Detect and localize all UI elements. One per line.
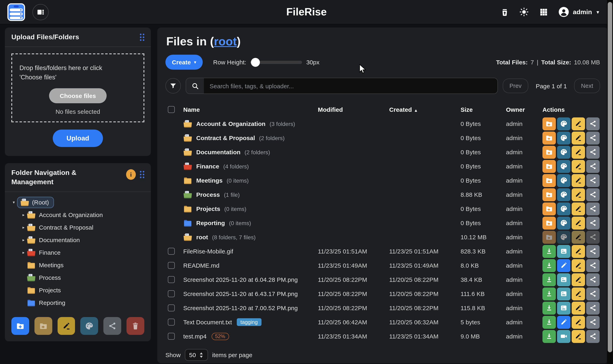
rename-button[interactable] <box>572 216 585 229</box>
color-folder-button[interactable] <box>557 188 571 201</box>
color-folder-button[interactable] <box>81 317 98 335</box>
share-button[interactable] <box>586 259 600 272</box>
chevron-right-icon[interactable]: ▸ <box>20 213 27 217</box>
row-checkbox[interactable] <box>168 248 175 255</box>
file-name[interactable]: Screenshot 2025-11-20 at 6.04.28 PM.png <box>183 276 298 283</box>
tree-item-finance[interactable]: ▸ Finance <box>10 246 147 259</box>
folder-row[interactable]: Reporting(0 items)0 Bytesadmin <box>166 216 600 230</box>
preview-image-button[interactable] <box>557 273 571 286</box>
download-button[interactable] <box>543 273 556 286</box>
download-button[interactable] <box>543 316 556 329</box>
rename-button[interactable] <box>572 202 585 215</box>
share-button[interactable] <box>586 202 600 215</box>
upload-button[interactable]: Upload <box>53 130 103 147</box>
row-checkbox[interactable] <box>168 262 175 269</box>
items-per-page-select[interactable]: 50 <box>185 349 208 361</box>
color-folder-button[interactable] <box>557 160 571 173</box>
preview-image-button[interactable] <box>557 301 571 314</box>
edit-file-button[interactable] <box>557 316 571 329</box>
apps-grid-icon[interactable] <box>539 7 549 17</box>
file-name[interactable]: Screenshot 2025-11-20 at 6.43.17 PM.png <box>183 290 298 297</box>
header-created[interactable]: Created▲ <box>389 106 460 113</box>
folder-row[interactable]: Contract & Proposal(2 folders)0 Bytesadm… <box>166 131 600 145</box>
file-dropzone[interactable]: Drop files/folders here or click'Choose … <box>11 53 144 122</box>
chevron-right-icon[interactable]: ▸ <box>20 250 27 255</box>
color-folder-button[interactable] <box>557 174 571 187</box>
root-breadcrumb-link[interactable]: root <box>214 35 237 48</box>
tree-item-account-organization[interactable]: ▸ Account & Organization <box>10 209 147 221</box>
tree-item-reporting[interactable]: Reporting <box>10 297 147 309</box>
folder-name[interactable]: Projects <box>196 205 220 212</box>
header-owner[interactable]: Owner <box>506 106 543 113</box>
move-folder-button[interactable] <box>543 145 556 158</box>
search-input[interactable] <box>204 78 497 93</box>
rename-button[interactable] <box>572 301 585 314</box>
download-button[interactable] <box>543 301 556 314</box>
rename-button[interactable] <box>572 145 585 158</box>
row-checkbox[interactable] <box>168 319 175 325</box>
rename-button[interactable] <box>572 316 585 329</box>
file-name[interactable]: Text Document.txt <box>183 319 232 325</box>
folder-name[interactable]: Process <box>196 191 220 198</box>
chevron-right-icon[interactable]: ▸ <box>20 225 27 230</box>
download-button[interactable] <box>543 330 556 343</box>
rename-button[interactable] <box>572 131 585 144</box>
move-folder-button[interactable] <box>543 131 556 144</box>
rename-button[interactable] <box>572 117 585 130</box>
file-row[interactable]: Screenshot 2025-11-20 at 7.00.52 PM.png1… <box>166 301 600 315</box>
delete-folder-button[interactable] <box>126 317 144 335</box>
file-name[interactable]: README.md <box>183 262 219 269</box>
folder-row[interactable]: Process(1 file)8.88 KBadmin <box>166 187 600 202</box>
tree-item-contract-proposal[interactable]: ▸ Contract & Proposal <box>10 221 147 234</box>
share-button[interactable] <box>586 131 600 144</box>
file-row[interactable]: Screenshot 2025-11-20 at 6.04.28 PM.png1… <box>166 273 600 287</box>
move-folder-button[interactable] <box>543 188 556 201</box>
row-checkbox[interactable] <box>168 276 175 283</box>
rename-button[interactable] <box>572 188 585 201</box>
file-name[interactable]: test.mp4 <box>183 333 207 340</box>
preview-image-button[interactable] <box>557 245 571 258</box>
file-row[interactable]: Screenshot 2025-11-20 at 6.43.17 PM.png1… <box>166 287 600 301</box>
folder-row[interactable]: Meetings(0 items)0 Bytesadmin <box>166 173 600 187</box>
color-folder-button[interactable] <box>557 145 571 158</box>
rename-button[interactable] <box>572 330 585 343</box>
folder-row[interactable]: Finance(4 folders)0 Bytesadmin <box>166 159 600 173</box>
folder-name[interactable]: Documentation <box>196 149 240 156</box>
header-size[interactable]: Size <box>460 106 506 113</box>
row-checkbox[interactable] <box>168 290 175 297</box>
chevron-right-icon[interactable]: ▸ <box>20 238 27 242</box>
rename-button[interactable] <box>572 174 585 187</box>
edit-file-button[interactable] <box>557 259 571 272</box>
tree-item-process[interactable]: Process <box>10 272 147 284</box>
folder-row[interactable]: root(8 folders, 7 files)10.12 MBadmin <box>166 230 600 244</box>
move-folder-button[interactable] <box>543 216 556 229</box>
header-modified[interactable]: Modified <box>318 106 389 113</box>
preview-video-button[interactable] <box>557 330 571 343</box>
share-button[interactable] <box>586 117 600 130</box>
chevron-down-icon[interactable]: ▾ <box>11 200 17 205</box>
rename-button[interactable] <box>572 259 585 272</box>
scrollbar-thumb[interactable] <box>608 2 612 352</box>
color-folder-button[interactable] <box>557 131 571 144</box>
share-button[interactable] <box>586 273 600 286</box>
choose-files-button[interactable]: Choose files <box>49 89 106 104</box>
share-button[interactable] <box>586 301 600 314</box>
file-row[interactable]: Text Document.txttagging11/20/25 06:42AM… <box>166 315 600 329</box>
share-button[interactable] <box>586 316 600 329</box>
folder-row[interactable]: Projects(0 items)0 Bytesadmin <box>166 202 600 216</box>
move-folder-button[interactable] <box>543 202 556 215</box>
row-height-slider[interactable] <box>250 61 302 64</box>
file-row[interactable]: test.mp452%11/23/25 01:34AM11/23/25 01:3… <box>166 329 600 343</box>
share-button[interactable] <box>586 174 600 187</box>
folder-name[interactable]: root <box>196 234 208 241</box>
prev-page-button[interactable]: Prev <box>502 78 529 93</box>
tree-item--root-[interactable]: ▾ (Root) <box>10 196 147 209</box>
folder-row[interactable]: Documentation(2 folders)0 Bytesadmin <box>166 145 600 159</box>
download-button[interactable] <box>543 287 556 300</box>
filter-button[interactable] <box>166 78 181 93</box>
share-button[interactable] <box>586 216 600 229</box>
drag-handle-icon[interactable] <box>140 171 144 178</box>
file-row[interactable]: FileRise-Mobile.gif11/23/25 01:51AM11/23… <box>166 244 600 258</box>
next-page-button[interactable]: Next <box>574 78 600 93</box>
color-folder-button[interactable] <box>557 117 571 130</box>
